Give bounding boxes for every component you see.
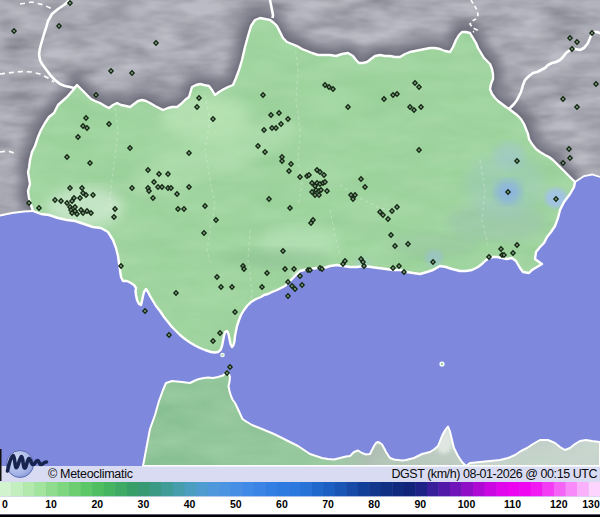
svg-text:40: 40 (184, 498, 196, 510)
svg-text:90: 90 (414, 498, 426, 510)
svg-text:100: 100 (458, 498, 476, 510)
svg-text:60: 60 (276, 498, 288, 510)
svg-text:70: 70 (322, 498, 334, 510)
svg-text:20: 20 (91, 498, 103, 510)
svg-text:© Meteoclimatic: © Meteoclimatic (48, 467, 133, 481)
svg-text:130: 130 (582, 498, 600, 510)
svg-text:30: 30 (138, 498, 150, 510)
svg-text:50: 50 (230, 498, 242, 510)
svg-text:80: 80 (368, 498, 380, 510)
svg-text:110: 110 (504, 498, 521, 510)
svg-text:10: 10 (45, 498, 57, 510)
svg-text:DGST (km/h) 08-01-2026 @ 00:1: DGST (km/h) 08-01-2026 @ 00:15 UTC (391, 467, 597, 481)
svg-text:0: 0 (2, 498, 8, 510)
svg-text:120: 120 (550, 498, 568, 510)
